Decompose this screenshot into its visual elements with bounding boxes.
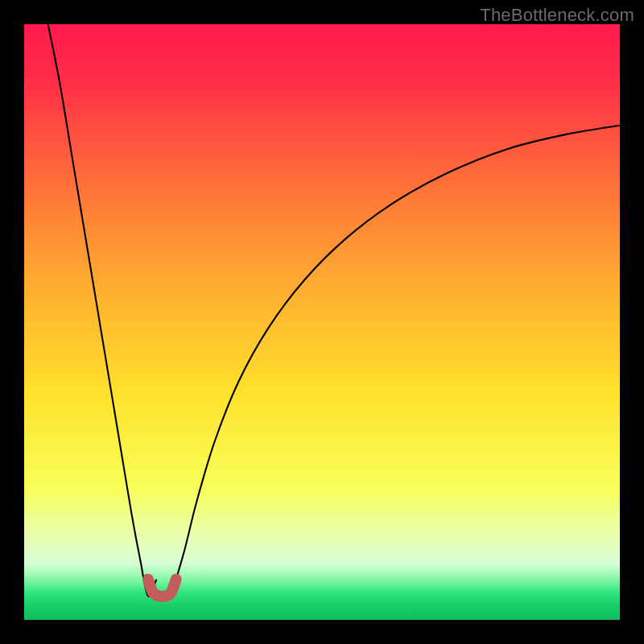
- watermark-text: TheBottleneck.com: [480, 5, 634, 26]
- chart-frame: [24, 24, 620, 620]
- gradient-background: [24, 24, 620, 620]
- chart-plot: [24, 24, 620, 620]
